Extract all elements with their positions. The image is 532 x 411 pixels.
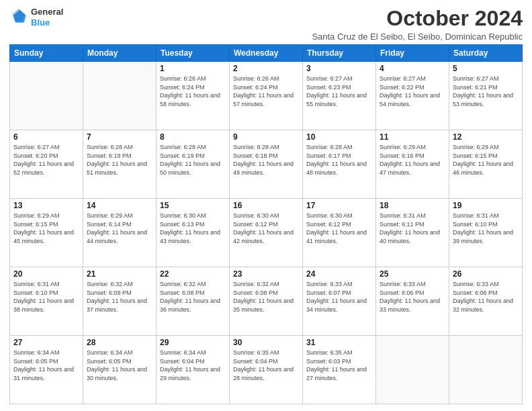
day-info: Sunrise: 6:29 AM Sunset: 6:15 PM Dayligh… [13,212,79,245]
day-number: 26 [453,269,519,279]
day-number: 14 [87,201,152,210]
calendar-cell: 9Sunrise: 6:28 AM Sunset: 6:18 PM Daylig… [230,130,303,199]
day-number: 21 [87,269,152,279]
day-number: 5 [453,64,519,73]
day-number: 2 [233,64,299,73]
day-info: Sunrise: 6:31 AM Sunset: 6:10 PM Dayligh… [13,280,79,314]
calendar-cell: 12Sunrise: 6:29 AM Sunset: 6:15 PM Dayli… [449,130,523,199]
calendar-cell [376,336,449,404]
logo-line1: General [31,7,63,17]
day-info: Sunrise: 6:29 AM Sunset: 6:14 PM Dayligh… [87,212,152,245]
calendar-cell: 26Sunrise: 6:33 AM Sunset: 6:06 PM Dayli… [449,267,523,336]
calendar-cell: 13Sunrise: 6:29 AM Sunset: 6:15 PM Dayli… [10,199,83,267]
day-info: Sunrise: 6:32 AM Sunset: 6:08 PM Dayligh… [233,280,299,314]
day-info: Sunrise: 6:29 AM Sunset: 6:16 PM Dayligh… [380,143,445,177]
svg-marker-1 [13,9,26,21]
week-row-0: 1Sunrise: 6:26 AM Sunset: 6:24 PM Daylig… [10,62,523,130]
day-number: 17 [306,201,372,210]
calendar-cell: 24Sunrise: 6:33 AM Sunset: 6:07 PM Dayli… [303,267,376,336]
calendar-cell: 18Sunrise: 6:31 AM Sunset: 6:11 PM Dayli… [376,199,449,267]
day-number: 19 [453,201,519,210]
calendar-cell: 16Sunrise: 6:30 AM Sunset: 6:12 PM Dayli… [230,199,303,267]
day-info: Sunrise: 6:27 AM Sunset: 6:20 PM Dayligh… [13,143,79,177]
calendar-cell: 31Sunrise: 6:35 AM Sunset: 6:03 PM Dayli… [303,336,376,404]
day-number: 9 [233,132,299,142]
day-info: Sunrise: 6:33 AM Sunset: 6:06 PM Dayligh… [380,280,445,314]
day-info: Sunrise: 6:28 AM Sunset: 6:17 PM Dayligh… [306,143,372,177]
calendar-table: SundayMondayTuesdayWednesdayThursdayFrid… [9,44,523,404]
day-info: Sunrise: 6:34 AM Sunset: 6:05 PM Dayligh… [13,349,79,382]
day-info: Sunrise: 6:34 AM Sunset: 6:04 PM Dayligh… [160,349,226,382]
day-info: Sunrise: 6:31 AM Sunset: 6:11 PM Dayligh… [380,212,445,245]
col-header-monday: Monday [83,45,157,62]
calendar-cell: 4Sunrise: 6:27 AM Sunset: 6:22 PM Daylig… [376,62,449,130]
day-info: Sunrise: 6:28 AM Sunset: 6:19 PM Dayligh… [87,143,152,177]
day-info: Sunrise: 6:28 AM Sunset: 6:19 PM Dayligh… [160,143,226,177]
logo: General Blue [9,7,63,28]
day-info: Sunrise: 6:35 AM Sunset: 6:04 PM Dayligh… [233,349,299,382]
calendar-cell: 2Sunrise: 6:26 AM Sunset: 6:24 PM Daylig… [230,62,303,130]
calendar-cell: 5Sunrise: 6:27 AM Sunset: 6:21 PM Daylig… [449,62,523,130]
day-info: Sunrise: 6:28 AM Sunset: 6:18 PM Dayligh… [233,143,299,177]
logo-line2: Blue [31,17,63,28]
logo-icon [9,8,28,27]
day-number: 4 [380,64,445,73]
col-header-saturday: Saturday [449,45,523,62]
week-row-1: 6Sunrise: 6:27 AM Sunset: 6:20 PM Daylig… [10,130,523,199]
day-info: Sunrise: 6:27 AM Sunset: 6:23 PM Dayligh… [306,75,372,108]
day-number: 12 [453,132,519,142]
col-header-wednesday: Wednesday [230,45,303,62]
day-info: Sunrise: 6:29 AM Sunset: 6:15 PM Dayligh… [453,143,519,177]
title-section: October 2024 Santa Cruz de El Seibo, El … [312,7,523,42]
day-number: 27 [13,338,79,347]
day-info: Sunrise: 6:27 AM Sunset: 6:21 PM Dayligh… [453,75,519,108]
day-number: 6 [13,132,79,142]
header: General Blue October 2024 Santa Cruz de … [9,7,523,42]
day-info: Sunrise: 6:26 AM Sunset: 6:24 PM Dayligh… [233,75,299,108]
day-number: 25 [380,269,445,279]
calendar-cell: 23Sunrise: 6:32 AM Sunset: 6:08 PM Dayli… [230,267,303,336]
day-number: 1 [160,64,226,73]
col-header-friday: Friday [376,45,449,62]
col-header-tuesday: Tuesday [157,45,230,62]
calendar-cell: 27Sunrise: 6:34 AM Sunset: 6:05 PM Dayli… [10,336,83,404]
logo-text: General Blue [31,7,63,28]
day-info: Sunrise: 6:32 AM Sunset: 6:08 PM Dayligh… [160,280,226,314]
subtitle: Santa Cruz de El Seibo, El Seibo, Domini… [312,32,523,42]
day-number: 24 [306,269,372,279]
calendar-cell: 15Sunrise: 6:30 AM Sunset: 6:13 PM Dayli… [157,199,230,267]
day-info: Sunrise: 6:30 AM Sunset: 6:12 PM Dayligh… [306,212,372,245]
calendar-cell: 6Sunrise: 6:27 AM Sunset: 6:20 PM Daylig… [10,130,83,199]
day-info: Sunrise: 6:30 AM Sunset: 6:12 PM Dayligh… [233,212,299,245]
calendar-cell: 28Sunrise: 6:34 AM Sunset: 6:05 PM Dayli… [83,336,157,404]
day-number: 8 [160,132,226,142]
day-number: 23 [233,269,299,279]
calendar-cell: 8Sunrise: 6:28 AM Sunset: 6:19 PM Daylig… [157,130,230,199]
day-info: Sunrise: 6:33 AM Sunset: 6:07 PM Dayligh… [306,280,372,314]
day-number: 20 [13,269,79,279]
day-number: 16 [233,201,299,210]
day-info: Sunrise: 6:26 AM Sunset: 6:24 PM Dayligh… [160,75,226,108]
calendar-cell: 22Sunrise: 6:32 AM Sunset: 6:08 PM Dayli… [157,267,230,336]
calendar-cell: 7Sunrise: 6:28 AM Sunset: 6:19 PM Daylig… [83,130,157,199]
week-row-3: 20Sunrise: 6:31 AM Sunset: 6:10 PM Dayli… [10,267,523,336]
day-info: Sunrise: 6:30 AM Sunset: 6:13 PM Dayligh… [160,212,226,245]
col-header-thursday: Thursday [303,45,376,62]
calendar-cell: 21Sunrise: 6:32 AM Sunset: 6:09 PM Dayli… [83,267,157,336]
day-number: 11 [380,132,445,142]
day-number: 22 [160,269,226,279]
calendar-cell: 29Sunrise: 6:34 AM Sunset: 6:04 PM Dayli… [157,336,230,404]
calendar-cell: 3Sunrise: 6:27 AM Sunset: 6:23 PM Daylig… [303,62,376,130]
day-info: Sunrise: 6:32 AM Sunset: 6:09 PM Dayligh… [87,280,152,314]
day-info: Sunrise: 6:31 AM Sunset: 6:10 PM Dayligh… [453,212,519,245]
calendar-cell: 30Sunrise: 6:35 AM Sunset: 6:04 PM Dayli… [230,336,303,404]
calendar-cell [10,62,83,130]
week-row-4: 27Sunrise: 6:34 AM Sunset: 6:05 PM Dayli… [10,336,523,404]
day-number: 30 [233,338,299,347]
day-number: 29 [160,338,226,347]
calendar-cell: 10Sunrise: 6:28 AM Sunset: 6:17 PM Dayli… [303,130,376,199]
calendar-cell: 17Sunrise: 6:30 AM Sunset: 6:12 PM Dayli… [303,199,376,267]
page: General Blue October 2024 Santa Cruz de … [0,0,532,411]
day-number: 31 [306,338,372,347]
calendar-cell: 11Sunrise: 6:29 AM Sunset: 6:16 PM Dayli… [376,130,449,199]
